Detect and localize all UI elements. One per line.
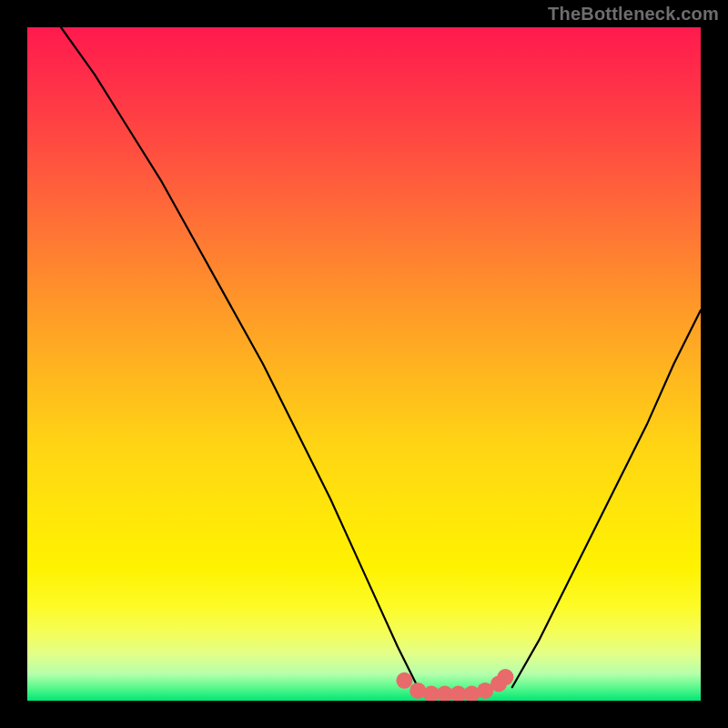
watermark-text: TheBottleneck.com bbox=[548, 4, 719, 25]
trough-marker bbox=[490, 676, 507, 693]
trough-marker bbox=[410, 682, 426, 699]
curve-layer bbox=[27, 27, 701, 701]
trough-marker bbox=[477, 682, 493, 699]
plot-area bbox=[27, 27, 701, 701]
trough-marker bbox=[450, 686, 467, 701]
trough-marker bbox=[396, 672, 412, 689]
trough-marker bbox=[497, 669, 513, 685]
trough-marker bbox=[423, 686, 440, 701]
chart-frame: TheBottleneck.com bbox=[0, 0, 728, 728]
curve-right-branch bbox=[512, 310, 701, 687]
trough-marker bbox=[437, 686, 453, 701]
curve-left-branch bbox=[61, 27, 418, 687]
trough-marker bbox=[463, 686, 480, 701]
